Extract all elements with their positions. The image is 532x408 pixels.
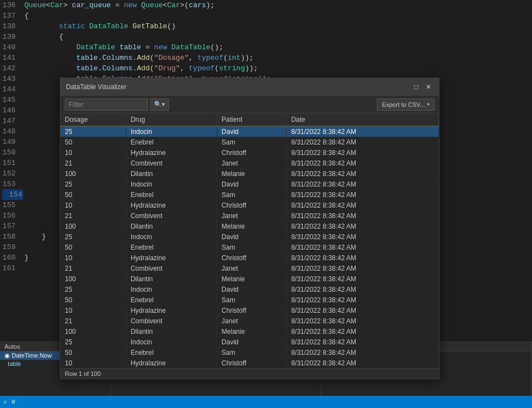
filter-search-button[interactable]: 🔍 ▾ [150,99,169,111]
table-row[interactable]: 50EnebrelSam8/31/2022 8:38:42 AM [60,242,439,253]
table-row[interactable]: 50EnebrelSam8/31/2022 8:38:42 AM [60,190,439,200]
table-row[interactable]: 25IndocinDavid8/31/2022 8:38:42 AM [60,126,439,137]
titlebar-buttons: □ ✕ [411,82,433,92]
cell-date: 8/31/2022 8:38:42 AM [287,126,439,137]
cell-patient: Janet [217,211,287,221]
table-row[interactable]: 100DilantinMelanie8/31/2022 8:38:42 AM [60,169,439,179]
cell-drug: Hydralazine [126,306,217,316]
cell-drug: Indocin [126,126,217,137]
cell-drug: Enebrel [126,348,217,358]
export-button[interactable]: Export to CSV... ▾ [377,99,434,111]
status-bar: ⚡ 0 [0,396,532,408]
minimize-button[interactable]: □ [411,82,421,92]
table-container[interactable]: Dosage Drug Patient Date 25IndocinDavid8… [60,113,439,368]
table-row[interactable]: 50EnebrelSam8/31/2022 8:38:42 AM [60,137,439,148]
table-row[interactable]: 25IndocinDavid8/31/2022 8:38:42 AM [60,337,439,348]
cell-drug: Hydralazine [126,253,217,264]
cell-date: 8/31/2022 8:38:42 AM [287,327,439,337]
cell-drug: Indocin [126,337,217,348]
cell-patient: David [217,126,287,137]
cell-dosage: 25 [60,232,126,242]
cell-patient: Melanie [217,221,287,232]
cell-patient: Sam [217,348,287,358]
filter-dropdown-icon: ▾ [162,101,165,108]
cell-dosage: 100 [60,327,126,337]
cell-dosage: 25 [60,285,126,295]
code-line-138: 138 static DataTable GetTable() [0,21,532,32]
cell-dosage: 10 [60,148,126,158]
cell-patient: David [217,337,287,348]
table-row[interactable]: 21CombiventJanet8/31/2022 8:38:42 AM [60,264,439,274]
filter-group: 🔍 ▾ [65,99,169,111]
cell-dosage: 100 [60,221,126,232]
code-line-139: 139 { [0,32,532,42]
datatable-visualizer-dialog: DataTable Visualizer □ ✕ 🔍 ▾ Export to C… [60,78,439,379]
cell-date: 8/31/2022 8:38:42 AM [287,148,439,158]
cell-date: 8/31/2022 8:38:42 AM [287,295,439,306]
cell-dosage: 100 [60,274,126,285]
col-header-patient: Patient [217,113,287,126]
cell-dosage: 21 [60,158,126,169]
cell-date: 8/31/2022 8:38:42 AM [287,242,439,253]
table-row[interactable]: 25IndocinDavid8/31/2022 8:38:42 AM [60,179,439,190]
dialog-titlebar: DataTable Visualizer □ ✕ [60,78,439,96]
cell-patient: Sam [217,295,287,306]
table-row[interactable]: 21CombiventJanet8/31/2022 8:38:42 AM [60,158,439,169]
table-row[interactable]: 25IndocinDavid8/31/2022 8:38:42 AM [60,285,439,295]
col-header-date: Date [287,113,439,126]
cell-patient: Janet [217,158,287,169]
table-row[interactable]: 100DilantinMelanie8/31/2022 8:38:42 AM [60,274,439,285]
cell-drug: Enebrel [126,242,217,253]
cell-dosage: 10 [60,306,126,316]
cell-patient: David [217,179,287,190]
cell-drug: Indocin [126,285,217,295]
cell-patient: Christoff [217,148,287,158]
cell-drug: Dilantin [126,221,217,232]
close-button[interactable]: ✕ [423,82,433,92]
cell-dosage: 21 [60,211,126,221]
table-row[interactable]: 50EnebrelSam8/31/2022 8:38:42 AM [60,295,439,306]
cell-patient: Melanie [217,169,287,179]
cell-drug: Hydralazine [126,148,217,158]
table-row[interactable]: 21CombiventJanet8/31/2022 8:38:42 AM [60,316,439,327]
cell-date: 8/31/2022 8:38:42 AM [287,306,439,316]
table-body: 25IndocinDavid8/31/2022 8:38:42 AM50Eneb… [60,126,439,368]
cell-dosage: 25 [60,337,126,348]
cell-patient: Christoff [217,253,287,264]
table-row[interactable]: 21CombiventJanet8/31/2022 8:38:42 AM [60,211,439,221]
cell-date: 8/31/2022 8:38:42 AM [287,348,439,358]
cell-drug: Dilantin [126,274,217,285]
table-row[interactable]: 10HydralazineChristoff8/31/2022 8:38:42 … [60,253,439,264]
cell-drug: Combivent [126,264,217,274]
code-line-137: 137 { [0,11,532,21]
cell-drug: Combivent [126,158,217,169]
export-dropdown-icon: ▾ [427,102,429,107]
cell-patient: Christoff [217,200,287,211]
filter-input[interactable] [65,99,148,111]
cell-date: 8/31/2022 8:38:42 AM [287,358,439,369]
table-header-row: Dosage Drug Patient Date [60,113,439,126]
table-row[interactable]: 25IndocinDavid8/31/2022 8:38:42 AM [60,232,439,242]
table-row[interactable]: 50EnebrelSam8/31/2022 8:38:42 AM [60,348,439,358]
code-line-142: 142 table.Columns.Add("Drug", typeof(str… [0,63,532,74]
cell-drug: Combivent [126,316,217,327]
table-row[interactable]: 100DilantinMelanie8/31/2022 8:38:42 AM [60,327,439,337]
table-row[interactable]: 100DilantinMelanie8/31/2022 8:38:42 AM [60,221,439,232]
cell-drug: Hydralazine [126,200,217,211]
cell-drug: Indocin [126,232,217,242]
cell-patient: Melanie [217,274,287,285]
export-label: Export to CSV... [382,101,425,108]
cell-date: 8/31/2022 8:38:42 AM [287,200,439,211]
table-row[interactable]: 10HydralazineChristoff8/31/2022 8:38:42 … [60,306,439,316]
cell-dosage: 21 [60,264,126,274]
dialog-title: DataTable Visualizer [66,83,126,91]
cell-date: 8/31/2022 8:38:42 AM [287,337,439,348]
cell-dosage: 10 [60,253,126,264]
table-row[interactable]: 10HydralazineChristoff8/31/2022 8:38:42 … [60,358,439,369]
cell-date: 8/31/2022 8:38:42 AM [287,190,439,200]
dialog-toolbar: 🔍 ▾ Export to CSV... ▾ [60,96,439,113]
table-row[interactable]: 10HydralazineChristoff8/31/2022 8:38:42 … [60,200,439,211]
cell-date: 8/31/2022 8:38:42 AM [287,211,439,221]
datetime-label: ◉ DateTime.Now [4,352,52,359]
table-row[interactable]: 10HydralazineChristoff8/31/2022 8:38:42 … [60,148,439,158]
